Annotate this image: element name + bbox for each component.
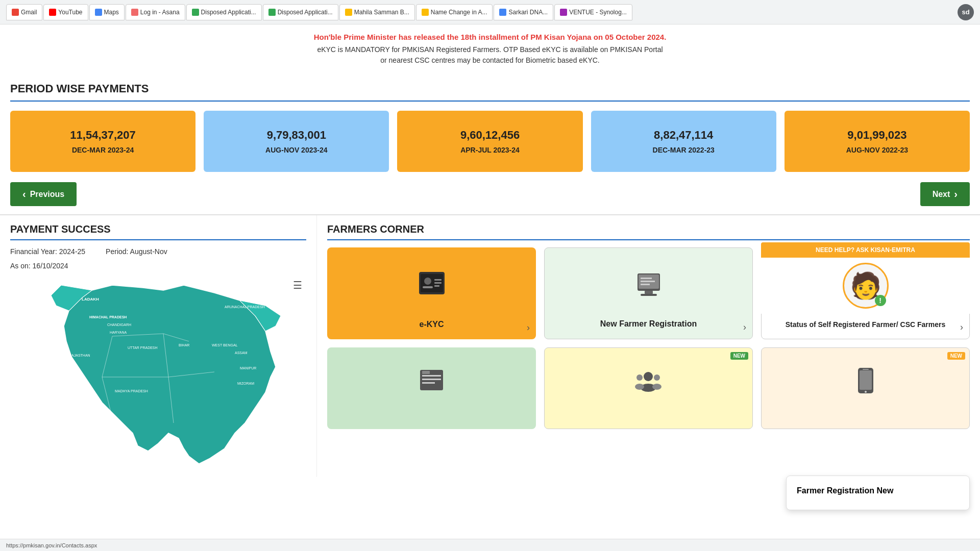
svg-text:HIMACHAL PRADESH: HIMACHAL PRADESH <box>89 315 127 319</box>
svg-rect-38 <box>422 379 441 380</box>
sarkari-favicon <box>499 9 506 16</box>
svg-text:MANIPUR: MANIPUR <box>240 366 256 370</box>
svg-point-46 <box>652 384 662 390</box>
svg-text:LADAKH: LADAKH <box>82 297 99 302</box>
svg-rect-50 <box>863 369 869 370</box>
mobile-icon <box>855 366 876 394</box>
payment-amount-4: 9,01,99,023 <box>847 129 906 142</box>
ekyc-arrow-icon: › <box>527 322 530 333</box>
svg-point-24 <box>424 278 431 285</box>
user-avatar[interactable]: sd <box>958 4 974 20</box>
payment-success-section: PAYMENT SUCCESS Financial Year: 2024-25 … <box>0 215 317 477</box>
asana-favicon <box>131 9 138 16</box>
svg-text:UTTAR PRADESH: UTTAR PRADESH <box>128 346 158 349</box>
bottom-card-3[interactable]: NEW <box>761 347 970 429</box>
tab-maps-label: Maps <box>104 9 119 16</box>
svg-text:RAJASTHAN: RAJASTHAN <box>69 354 90 357</box>
tab-gmail[interactable]: Gmail <box>6 4 42 20</box>
new-badge-2: NEW <box>730 352 748 360</box>
svg-rect-28 <box>434 285 439 287</box>
tab-disposed1[interactable]: Disposed Applicati... <box>186 4 262 20</box>
svg-point-44 <box>635 384 644 390</box>
svg-rect-35 <box>641 284 650 285</box>
payment-period-2: APR-JUL 2023-24 <box>460 146 520 154</box>
svg-rect-26 <box>434 279 442 281</box>
payment-card-3: 8,82,47,114 DEC-MAR 2022-23 <box>591 111 776 172</box>
emitra-body: 🧑 ! <box>761 258 970 314</box>
svg-point-45 <box>654 374 660 381</box>
svg-text:ASSAM: ASSAM <box>235 351 248 355</box>
svg-text:CHANDIGARH: CHANDIGARH <box>107 323 131 327</box>
status-bar: https://pmkisan.gov.in/Contacts.aspx <box>0 539 980 551</box>
status-url: https://pmkisan.gov.in/Contacts.aspx <box>6 542 97 548</box>
tab-sarkari[interactable]: Sarkari DNA... <box>494 4 553 20</box>
tab-mahila[interactable]: Mahila Samman B... <box>339 4 415 20</box>
nav-buttons: Previous Next <box>10 177 970 214</box>
india-map-svg: LADAKH HIMACHAL PRADESH CHANDIGARH HARYA… <box>10 275 306 469</box>
announcement-sub2: or nearest CSC centres may be contacted … <box>380 56 600 64</box>
svg-rect-34 <box>641 281 655 282</box>
lower-section: PAYMENT SUCCESS Financial Year: 2024-25 … <box>0 215 980 477</box>
bottom-card-2[interactable]: NEW <box>544 347 753 429</box>
payment-card-4: 9,01,99,023 AUG-NOV 2022-23 <box>785 111 970 172</box>
community-icon <box>634 366 663 394</box>
announcement-sub1: eKYC is MANDATORY for PMKISAN Registered… <box>317 45 663 54</box>
svg-rect-48 <box>860 370 872 390</box>
svg-rect-32 <box>641 294 657 296</box>
browser-bar: Gmail YouTube Maps Log in - Asana Dispos… <box>0 0 980 24</box>
svg-point-43 <box>636 374 643 381</box>
emitra-header: NEED HELP? ASK KISAN-EMITRA <box>761 242 970 258</box>
payment-amount-0: 11,54,37,207 <box>70 129 135 142</box>
svg-point-49 <box>865 391 867 393</box>
svg-rect-40 <box>422 371 430 374</box>
tab-disposed1-label: Disposed Applicati... <box>201 9 256 16</box>
bottom-card-1[interactable] <box>327 347 536 429</box>
farmers-cards-grid: e-KYC › <box>327 247 970 429</box>
previous-label: Previous <box>30 190 65 199</box>
emitra-avatar-container: 🧑 ! <box>843 263 889 309</box>
tab-gmail-label: Gmail <box>21 9 37 16</box>
payment-card-1: 9,79,83,001 AUG-NOV 2023-24 <box>204 111 389 172</box>
payment-period-0: DEC-MAR 2023-24 <box>72 146 134 154</box>
svg-text:GUJARAT: GUJARAT <box>71 410 88 413</box>
tab-sarkari-label: Sarkari DNA... <box>508 9 548 16</box>
svg-rect-25 <box>423 286 433 288</box>
map-menu-icon[interactable]: ☰ <box>293 279 302 291</box>
next-button[interactable]: Next <box>920 182 970 206</box>
payment-period-1: AUG-NOV 2023-24 <box>265 146 327 154</box>
kisan-emitra-popup[interactable]: NEED HELP? ASK KISAN-EMITRA 🧑 ! <box>761 242 970 314</box>
svg-text:WEST BENGAL: WEST BENGAL <box>212 343 238 347</box>
status-card-label: Status of Self Registered Farmer/ CSC Fa… <box>770 320 961 329</box>
mahila-favicon <box>345 9 352 16</box>
tab-youtube[interactable]: YouTube <box>43 4 88 20</box>
tab-asana-label: Log in - Asana <box>140 9 180 16</box>
tab-name-change[interactable]: Name Change in A... <box>416 4 493 20</box>
financial-year-label: Financial Year: 2024-25 <box>10 247 85 256</box>
farmer-reg-new-popup[interactable]: Farmer Registration New <box>786 475 970 510</box>
name-change-favicon <box>422 9 429 16</box>
disposed1-favicon <box>192 9 199 16</box>
payment-meta: Financial Year: 2024-25 Period: August-N… <box>10 247 306 256</box>
list-icon <box>418 366 446 394</box>
payment-success-title: PAYMENT SUCCESS <box>10 223 306 240</box>
payment-amount-2: 9,60,12,456 <box>460 129 520 142</box>
ekyc-label: e-KYC <box>335 320 528 329</box>
new-farmer-reg-card[interactable]: New Farmer Registration › <box>544 247 753 339</box>
payment-amount-1: 9,79,83,001 <box>267 129 326 142</box>
announcement-main: Hon'ble Prime Minister has released the … <box>10 33 970 41</box>
new-badge-3: NEW <box>947 352 965 360</box>
maps-favicon <box>95 9 102 16</box>
tab-asana[interactable]: Log in - Asana <box>126 4 185 20</box>
svg-text:ARUNACHAL PRADESH: ARUNACHAL PRADESH <box>225 305 265 309</box>
svg-text:HARYANA: HARYANA <box>110 331 127 334</box>
tab-maps[interactable]: Maps <box>89 4 125 20</box>
ekyc-icon <box>416 268 447 298</box>
tab-disposed2[interactable]: Disposed Applicati... <box>263 4 338 20</box>
status-card-wrapper: Status of Self Registered Farmer/ CSC Fa… <box>761 247 970 339</box>
ekyc-card[interactable]: e-KYC › <box>327 247 536 339</box>
period-wise-payments-title: PERIOD WISE PAYMENTS <box>10 74 970 102</box>
payment-period-4: AUG-NOV 2022-23 <box>846 146 908 154</box>
previous-button[interactable]: Previous <box>10 182 77 206</box>
tab-ventue[interactable]: VENTUE - Synolog... <box>554 4 632 20</box>
svg-text:BIHAR: BIHAR <box>179 343 189 347</box>
